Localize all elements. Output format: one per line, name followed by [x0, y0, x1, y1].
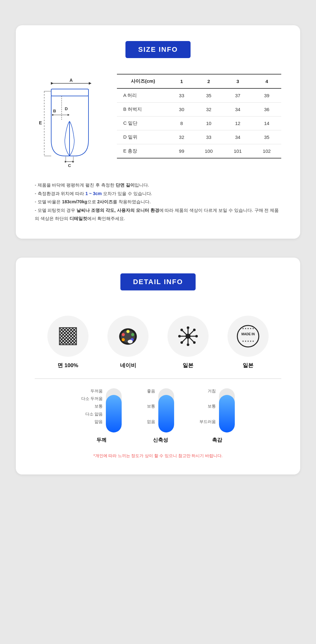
svg-point-49 [195, 335, 198, 337]
size-table: 사이즈(cm) 1 2 3 4 A 허리33353739B 허벅지3032343… [117, 74, 281, 158]
table-cell-value: 101 [223, 144, 252, 158]
size-note: - 제품을 바닥에 평평하게 펼친 후 측정한 단면 길이입니다. [35, 181, 281, 189]
size-note: - 측정환경과 위치에 따라 1 ~ 3cm 오차가 있을 수 있습니다. [35, 189, 281, 198]
svg-point-37 [126, 330, 130, 333]
origin-icon-circle [167, 316, 209, 357]
detail-divider [35, 379, 281, 379]
svg-text:C: C [68, 163, 71, 168]
table-cell-value: 37 [223, 88, 252, 103]
elasticity-title: 신축성 [153, 437, 168, 444]
svg-point-48 [178, 335, 181, 337]
table-header-2: 2 [194, 74, 223, 88]
table-cell-label: D 밑위 [117, 130, 169, 144]
table-cell-value: 39 [252, 88, 281, 103]
texture-bar [219, 388, 235, 432]
origin-label: 일본 [183, 362, 193, 369]
table-cell-value: 10 [194, 116, 223, 130]
color-icon-circle [107, 316, 149, 357]
texture-gauge-wrap: 거침 보통 부드러움 [199, 388, 235, 432]
table-cell-label: E 총장 [117, 144, 169, 158]
table-cell-value: 32 [194, 103, 223, 116]
svg-point-54 [185, 334, 191, 339]
svg-text:★ ★ ★ ★ ★: ★ ★ ★ ★ ★ [242, 340, 254, 342]
elasticity-gauge-wrap: 좋음 보통 없음 [147, 388, 174, 432]
detail-header: DETAIL INFO [35, 273, 281, 303]
svg-point-53 [193, 341, 196, 344]
cotton-icon-circle [47, 316, 88, 357]
svg-text:A: A [70, 78, 73, 83]
size-content: A E [35, 74, 281, 170]
svg-text:★ ★ ★ ★ ★: ★ ★ ★ ★ ★ [242, 327, 254, 330]
thickness-bar [106, 388, 122, 432]
detail-title: DETAIL INFO [120, 273, 196, 290]
detail-icon-color: 네이비 [107, 316, 149, 369]
table-header-1: 1 [169, 74, 194, 88]
cotton-label: 면 100% [58, 362, 78, 369]
size-info-card: SIZE INFO A E [16, 25, 300, 239]
table-header-4: 4 [252, 74, 281, 88]
gauge-thickness: 두꺼움 다소 두꺼움 보통 다소 얇음 얇음 두께 [81, 388, 122, 444]
svg-point-40 [122, 338, 125, 341]
table-header-3: 3 [223, 74, 252, 88]
texture-labels: 거침 보통 부드러움 [199, 388, 216, 425]
gauge-elasticity: 좋음 보통 없음 신축성 [147, 388, 174, 444]
madein-icon-circle: ★ ★ ★ ★ ★ MADE IN ★ ★ ★ ★ ★ [228, 316, 269, 357]
svg-point-50 [180, 329, 183, 331]
svg-text:E: E [39, 120, 42, 125]
madein-label: 일본 [243, 362, 253, 369]
table-cell-label: C 밑단 [117, 116, 169, 130]
table-cell-value: 100 [194, 144, 223, 158]
table-cell-value: 33 [169, 88, 194, 103]
size-notes: - 제품을 바닥에 평평하게 펼친 후 측정한 단면 길이입니다.- 측정환경과… [35, 181, 281, 223]
table-row: C 밑단8101214 [117, 116, 281, 130]
table-cell-value: 30 [169, 103, 194, 116]
table-row: A 허리33353739 [117, 88, 281, 103]
svg-point-38 [131, 333, 134, 336]
table-cell-value: 14 [252, 116, 281, 130]
gauges-row: 두꺼움 다소 두꺼움 보통 다소 얇음 얇음 두께 좋음 보통 [35, 388, 281, 444]
svg-rect-6 [51, 89, 88, 96]
thickness-title: 두께 [96, 437, 106, 444]
table-cell-label: A 허리 [117, 88, 169, 103]
table-cell-value: 32 [169, 130, 194, 144]
thickness-labels: 두꺼움 다소 두꺼움 보통 다소 얇음 얇음 [81, 388, 103, 425]
table-cell-value: 12 [223, 116, 252, 130]
svg-point-51 [193, 329, 196, 331]
svg-point-46 [187, 326, 189, 329]
detail-info-card: DETAIL INFO [16, 258, 300, 474]
svg-text:MADE IN: MADE IN [241, 332, 255, 336]
table-cell-value: 34 [223, 130, 252, 144]
size-title: SIZE INFO [125, 41, 191, 58]
detail-icon-origin: 일본 [167, 316, 209, 369]
table-cell-label: B 허벅지 [117, 103, 169, 116]
detail-icon-cotton: 면 100% [47, 316, 88, 369]
elasticity-labels: 좋음 보통 없음 [147, 388, 155, 425]
detail-icons-row: 면 100% 네이비 [35, 316, 281, 369]
thickness-gauge-wrap: 두꺼움 다소 두꺼움 보통 다소 얇음 얇음 [81, 388, 122, 432]
table-row: E 총장99100101102 [117, 144, 281, 158]
svg-text:D: D [65, 106, 68, 111]
svg-point-47 [187, 343, 189, 346]
table-header-size: 사이즈(cm) [117, 74, 169, 88]
table-cell-value: 35 [252, 130, 281, 144]
table-cell-value: 102 [252, 144, 281, 158]
texture-title: 촉감 [212, 437, 222, 444]
svg-point-36 [122, 333, 125, 336]
table-cell-value: 35 [194, 88, 223, 103]
table-row: D 밑위32333435 [117, 130, 281, 144]
size-note: - 모델 피팅컷의 경우 날씨나 조명의 각도, 사용자의 모니터 환경에 따라… [35, 206, 281, 223]
svg-point-52 [180, 341, 183, 344]
table-cell-value: 34 [223, 103, 252, 116]
detail-note: *개인에 따라 느끼는 정도가 상이 할 수 있으니 참고만 하시기 바랍니다. [35, 453, 281, 459]
table-cell-value: 36 [252, 103, 281, 116]
gauge-texture: 거침 보통 부드러움 촉감 [199, 388, 235, 444]
svg-point-41 [128, 340, 133, 343]
svg-text:B: B [53, 109, 56, 113]
garment-diagram: A E [35, 74, 104, 170]
color-label: 네이비 [120, 362, 136, 369]
table-row: B 허벅지30323436 [117, 103, 281, 116]
table-cell-value: 33 [194, 130, 223, 144]
table-cell-value: 99 [169, 144, 194, 158]
detail-icon-madein: ★ ★ ★ ★ ★ MADE IN ★ ★ ★ ★ ★ 일본 [228, 316, 269, 369]
size-header: SIZE INFO [35, 41, 281, 71]
